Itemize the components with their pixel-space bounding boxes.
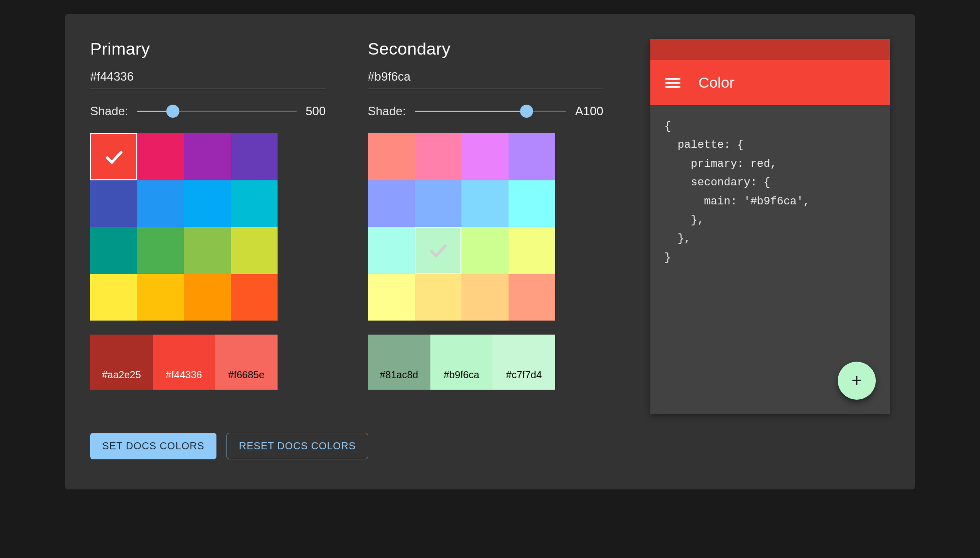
secondary-swatch[interactable]	[509, 274, 556, 321]
primary-swatch[interactable]	[184, 227, 231, 274]
secondary-swatch[interactable]	[368, 180, 415, 227]
secondary-swatch[interactable]	[368, 133, 415, 180]
primary-swatch[interactable]	[231, 133, 278, 180]
primary-swatch[interactable]	[231, 227, 278, 274]
primary-shade-row: Shade: 500	[90, 104, 326, 118]
primary-swatch[interactable]	[90, 274, 137, 321]
check-icon	[103, 146, 125, 168]
primary-column: Primary Shade: 500 #aa2e25#f44336#f6685e	[90, 39, 326, 390]
primary-tint: #f6685e	[215, 335, 278, 390]
fab-add-button[interactable]: +	[838, 362, 876, 400]
primary-shade-slider[interactable]	[137, 111, 297, 112]
primary-swatch[interactable]	[137, 180, 184, 227]
primary-swatch[interactable]	[184, 180, 231, 227]
primary-shade-value: 500	[306, 104, 326, 118]
primary-tint: #f44336	[153, 335, 215, 390]
secondary-swatch[interactable]	[509, 227, 556, 274]
secondary-swatch-grid	[368, 133, 555, 321]
secondary-swatch[interactable]	[461, 180, 509, 227]
primary-swatch[interactable]	[90, 227, 137, 274]
preview-appbar-title: Color	[698, 74, 734, 91]
secondary-hex-input[interactable]	[368, 68, 603, 89]
secondary-shade-label: Shade:	[368, 104, 406, 118]
primary-swatch[interactable]	[137, 227, 184, 274]
secondary-swatch[interactable]	[368, 274, 415, 321]
primary-swatch[interactable]	[184, 133, 231, 180]
color-tool-panel: Primary Shade: 500 #aa2e25#f44336#f6685e…	[65, 14, 915, 489]
primary-swatch-grid	[90, 133, 278, 321]
primary-swatch[interactable]	[231, 274, 278, 321]
secondary-swatch[interactable]	[509, 180, 556, 227]
secondary-swatch[interactable]	[461, 274, 509, 321]
secondary-swatch[interactable]	[415, 180, 462, 227]
check-icon	[427, 239, 449, 261]
buttons-row: Set Docs Colors Reset Docs Colors	[90, 433, 603, 459]
reset-docs-colors-button[interactable]: Reset Docs Colors	[226, 433, 368, 459]
primary-tint: #aa2e25	[90, 335, 153, 390]
primary-swatch[interactable]	[90, 180, 137, 227]
pickers-area: Primary Shade: 500 #aa2e25#f44336#f6685e…	[90, 39, 603, 459]
secondary-swatch[interactable]	[509, 133, 556, 180]
secondary-tint: #81ac8d	[368, 335, 430, 390]
secondary-swatch[interactable]	[415, 274, 462, 321]
plus-icon: +	[851, 370, 862, 391]
secondary-column: Secondary Shade: A100 #81ac8d#b9f6ca#c7f…	[368, 39, 603, 390]
primary-swatch[interactable]	[137, 133, 184, 180]
primary-swatch[interactable]	[231, 180, 278, 227]
secondary-shade-value: A100	[575, 104, 603, 118]
secondary-tint: #b9f6ca	[430, 335, 493, 390]
secondary-shade-slider[interactable]	[415, 111, 566, 112]
preview-appbar: Color	[650, 60, 890, 105]
primary-tints-row: #aa2e25#f44336#f6685e	[90, 335, 278, 390]
primary-hex-input[interactable]	[90, 68, 326, 89]
secondary-swatch[interactable]	[368, 227, 415, 274]
secondary-title: Secondary	[368, 39, 603, 59]
menu-icon[interactable]	[665, 78, 680, 88]
secondary-swatch[interactable]	[415, 227, 462, 274]
preview-card: Color { palette: { primary: red, seconda…	[650, 39, 890, 414]
secondary-shade-row: Shade: A100	[368, 104, 603, 118]
secondary-tints-row: #81ac8d#b9f6ca#c7f7d4	[368, 335, 555, 390]
set-docs-colors-button[interactable]: Set Docs Colors	[90, 433, 216, 459]
secondary-swatch[interactable]	[461, 227, 509, 274]
primary-swatch[interactable]	[90, 133, 137, 180]
primary-shade-label: Shade:	[90, 104, 128, 118]
primary-swatch[interactable]	[184, 274, 231, 321]
secondary-swatch[interactable]	[415, 133, 462, 180]
primary-title: Primary	[90, 39, 326, 59]
preview-status-bar	[650, 39, 890, 60]
secondary-tint: #c7f7d4	[493, 335, 555, 390]
secondary-swatch[interactable]	[461, 133, 509, 180]
primary-swatch[interactable]	[137, 274, 184, 321]
